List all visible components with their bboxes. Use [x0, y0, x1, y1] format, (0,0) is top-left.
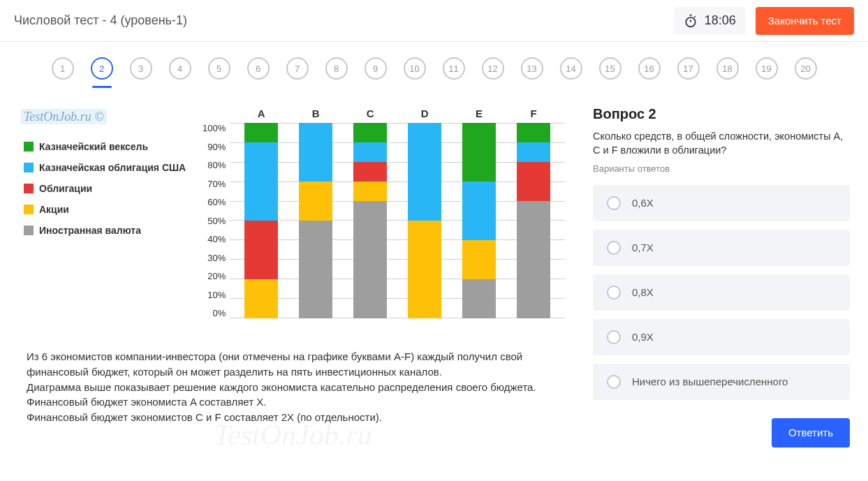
radio-icon — [607, 330, 621, 344]
qnav-item-20[interactable]: 20 — [795, 57, 817, 80]
bar-label: E — [461, 108, 497, 119]
legend-swatch — [24, 142, 34, 151]
chart-plot: ABCDEF — [230, 123, 565, 318]
bar-segment — [244, 279, 278, 318]
bar-segment — [353, 182, 387, 201]
watermark: TestOnJob.ru © — [21, 109, 107, 124]
bar-label: B — [297, 108, 334, 119]
qnav-item-7[interactable]: 7 — [286, 57, 309, 80]
qnav-item-8[interactable]: 8 — [325, 57, 348, 80]
radio-icon — [607, 375, 621, 389]
bar-label: A — [243, 108, 279, 119]
answer-option[interactable]: 0,8X — [593, 274, 850, 311]
bar-segment — [299, 221, 332, 318]
legend-swatch — [24, 184, 34, 193]
answer-button[interactable]: Ответить — [772, 418, 850, 447]
bar-segment — [517, 201, 550, 318]
bar-segment — [299, 182, 332, 221]
bar-label: F — [515, 108, 552, 119]
legend-swatch — [24, 225, 34, 235]
question-subtitle: Варианты ответов — [593, 163, 850, 174]
legend-item: Акции — [24, 204, 196, 215]
qnav-item-9[interactable]: 9 — [365, 57, 387, 80]
answer-option[interactable]: 0,7X — [593, 230, 850, 266]
qnav-item-14[interactable]: 14 — [560, 57, 582, 80]
page-title: Числовой тест - 4 (уровень-1) — [14, 13, 674, 28]
bar-label: C — [352, 108, 388, 119]
bar-segment — [299, 123, 332, 182]
option-label: 0,6X — [632, 197, 654, 209]
qnav-item-4[interactable]: 4 — [169, 57, 191, 80]
bar-segment — [353, 123, 387, 142]
radio-icon — [607, 241, 621, 255]
timer: 18:06 — [674, 7, 746, 35]
qnav-item-1[interactable]: 1 — [52, 57, 74, 80]
bar-segment — [408, 221, 441, 318]
question-panel: Вопрос 2 Сколько средств, в общей сложно… — [589, 96, 854, 457]
bar-segment — [353, 201, 387, 318]
bar-group-E: E — [461, 123, 497, 318]
question-nav: 1234567891011121314151617181920 — [0, 42, 868, 89]
answer-option[interactable]: 0,9X — [593, 319, 850, 355]
bar-segment — [353, 142, 387, 162]
question-text: Сколько средств, в общей сложности, экон… — [593, 129, 850, 158]
bar-segment — [353, 162, 387, 182]
option-label: 0,9X — [632, 331, 654, 343]
option-label: Ничего из вышеперечисленного — [632, 376, 788, 387]
qnav-item-11[interactable]: 11 — [443, 57, 465, 80]
bar-segment — [462, 279, 496, 318]
timer-value: 18:06 — [705, 13, 736, 28]
qnav-item-10[interactable]: 10 — [404, 57, 426, 80]
answer-option[interactable]: Ничего из вышеперечисленного — [593, 364, 850, 400]
question-title: Вопрос 2 — [593, 106, 850, 122]
qnav-item-3[interactable]: 3 — [130, 57, 152, 80]
legend-swatch — [24, 205, 34, 214]
qnav-item-15[interactable]: 15 — [599, 57, 621, 80]
legend-label: Казначейская облигация США — [39, 162, 186, 173]
option-label: 0,7X — [632, 242, 654, 253]
qnav-item-12[interactable]: 12 — [482, 57, 504, 80]
bar-group-A: A — [243, 123, 279, 318]
qnav-item-18[interactable]: 18 — [716, 57, 739, 80]
radio-icon — [607, 196, 621, 210]
qnav-item-16[interactable]: 16 — [638, 57, 661, 80]
header: Числовой тест - 4 (уровень-1) 18:06 Зако… — [0, 0, 868, 42]
legend-swatch — [24, 163, 34, 172]
chart-panel: TestOnJob.ru © Казначейский вексельКазна… — [14, 96, 572, 457]
bar-segment — [462, 123, 496, 182]
bar-label: D — [406, 108, 443, 119]
qnav-item-19[interactable]: 19 — [756, 57, 778, 80]
qnav-item-17[interactable]: 17 — [677, 57, 700, 80]
bar-segment — [408, 123, 441, 221]
legend-item: Иностранная валюта — [24, 225, 196, 236]
bar-segment — [462, 240, 496, 279]
chart-y-axis: 100%90%80%70%60%50%40%30%20%10%0% — [203, 123, 230, 318]
bar-segment — [517, 162, 550, 201]
stopwatch-icon — [684, 14, 698, 28]
radio-icon — [607, 286, 621, 299]
qnav-item-13[interactable]: 13 — [521, 57, 543, 80]
bar-segment — [517, 123, 550, 142]
legend-label: Иностранная валюта — [39, 225, 141, 236]
answer-option[interactable]: 0,6X — [593, 185, 850, 221]
bar-segment — [244, 221, 278, 279]
qnav-item-6[interactable]: 6 — [247, 57, 270, 80]
legend-label: Облигации — [39, 183, 92, 194]
legend-item: Облигации — [24, 183, 196, 194]
legend-item: Казначейский вексель — [24, 141, 196, 152]
legend-item: Казначейская облигация США — [24, 162, 196, 173]
chart-legend: Казначейский вексельКазначейская облигац… — [21, 141, 196, 236]
bar-group-B: B — [297, 123, 334, 318]
legend-label: Акции — [39, 204, 69, 215]
bar-segment — [517, 142, 550, 162]
legend-label: Казначейский вексель — [39, 141, 148, 152]
qnav-item-2[interactable]: 2 — [91, 57, 113, 80]
finish-test-button[interactable]: Закончить тест — [756, 7, 854, 35]
option-label: 0,8X — [632, 286, 654, 298]
qnav-item-5[interactable]: 5 — [208, 57, 230, 80]
chart-description: Из 6 экономистов компании-инвестора (они… — [21, 332, 565, 425]
bar-group-C: C — [352, 123, 388, 318]
bar-segment — [462, 182, 496, 240]
bar-segment — [244, 123, 278, 142]
svg-point-0 — [686, 17, 695, 27]
